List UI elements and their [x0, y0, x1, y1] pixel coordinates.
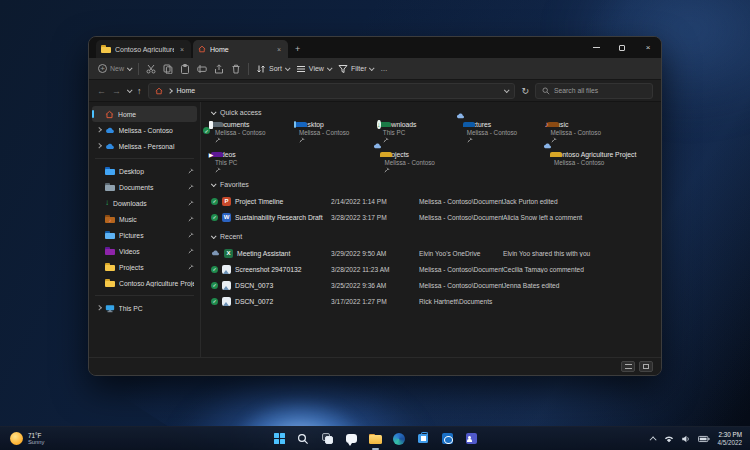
- desktop: Contoso Agriculture Project × Home × + ×…: [0, 0, 750, 450]
- copy-button[interactable]: [163, 64, 173, 74]
- tile-contoso-agriculture-project[interactable]: Contoso Agriculture Project Melissa - Co…: [550, 151, 661, 174]
- tile-music[interactable]: ♪ Music Melissa - Contoso: [547, 121, 661, 144]
- see-more-button[interactable]: …: [380, 65, 387, 72]
- close-tab-icon[interactable]: ×: [178, 46, 186, 53]
- folder-desktop-icon: [105, 167, 115, 175]
- wifi-icon[interactable]: [664, 434, 674, 444]
- chevron-down-icon: [211, 233, 217, 239]
- start-button[interactable]: [272, 431, 287, 446]
- view-button[interactable]: View: [296, 64, 331, 74]
- battery-icon[interactable]: [698, 434, 710, 444]
- tile-name: Contoso Agriculture Project: [554, 151, 636, 158]
- sidebar-item-label: Desktop: [119, 168, 184, 175]
- file-explorer-button[interactable]: [368, 431, 383, 446]
- file-row-dscn-0072[interactable]: ✓ DSCN_0072 3/17/2022 1:27 PM Rick Hartn…: [211, 293, 661, 309]
- pin-icon: [551, 137, 601, 144]
- sidebar-item-this-pc[interactable]: This PC: [89, 300, 200, 316]
- outlook-button[interactable]: [440, 431, 455, 446]
- details-view-button[interactable]: [621, 361, 635, 372]
- sidebar-item-downloads[interactable]: ↓ Downloads: [89, 195, 200, 211]
- folder-yellow-icon: [105, 263, 115, 271]
- forward-button[interactable]: →: [112, 86, 121, 96]
- new-button-label: New: [110, 65, 124, 72]
- section-favorites[interactable]: Favorites: [211, 181, 661, 188]
- file-row-project-timeline[interactable]: ✓ P Project Timeline 2/14/2022 1:14 PM M…: [211, 193, 661, 209]
- search-button[interactable]: [296, 431, 311, 446]
- maximize-button[interactable]: [609, 37, 635, 58]
- sidebar-item-melissa-personal[interactable]: Melissa - Personal: [89, 138, 200, 154]
- file-row-screenshot[interactable]: ✓ Screenshot 29470132 3/28/2022 11:23 AM…: [211, 261, 661, 277]
- window-controls: ×: [583, 37, 661, 58]
- section-quick-access[interactable]: Quick access: [211, 109, 661, 116]
- file-row-meeting-assistant[interactable]: X Meeting Assistant 3/29/2022 9:50 AM El…: [211, 245, 661, 261]
- address-dropdown-icon[interactable]: [504, 87, 510, 93]
- sidebar-item-documents[interactable]: Documents: [89, 179, 200, 195]
- sidebar-item-home[interactable]: Home: [92, 106, 197, 122]
- sidebar-item-music[interactable]: ♪ Music: [89, 211, 200, 227]
- taskbar-icons: [272, 431, 479, 446]
- rename-button[interactable]: [197, 64, 207, 74]
- sidebar-item-videos[interactable]: Videos: [89, 243, 200, 259]
- sidebar-item-label: This PC: [119, 305, 195, 312]
- pin-icon: [188, 232, 194, 239]
- cut-button[interactable]: [146, 64, 156, 74]
- chevron-right-icon[interactable]: [96, 144, 101, 149]
- breadcrumb[interactable]: Home: [148, 83, 516, 99]
- sort-button[interactable]: Sort: [256, 64, 289, 74]
- sun-icon: [10, 432, 23, 445]
- file-row-dscn-0073[interactable]: ✓ DSCN_0073 3/25/2022 9:36 AM Melissa - …: [211, 277, 661, 293]
- new-tab-button[interactable]: +: [288, 40, 307, 58]
- tab-contoso-agriculture-project[interactable]: Contoso Agriculture Project ×: [96, 40, 191, 58]
- tile-sublabel: Melissa - Contoso: [215, 129, 265, 136]
- tile-videos[interactable]: ▶ Videos This PC: [211, 151, 292, 174]
- minimize-button[interactable]: [583, 37, 609, 58]
- pin-icon: [188, 200, 194, 207]
- sidebar-item-projects[interactable]: Projects: [89, 259, 200, 275]
- section-recent[interactable]: Recent: [211, 233, 661, 240]
- task-view-button[interactable]: [320, 431, 335, 446]
- store-button[interactable]: [416, 431, 431, 446]
- view-button-label: View: [309, 65, 324, 72]
- file-date: 3/25/2022 9:36 AM: [331, 282, 419, 289]
- show-hidden-icons-button[interactable]: [650, 436, 657, 443]
- close-tab-icon[interactable]: ×: [275, 46, 283, 53]
- tile-pictures[interactable]: Pictures Melissa - Contoso: [463, 121, 547, 144]
- sidebar-item-desktop[interactable]: Desktop: [89, 163, 200, 179]
- taskbar-clock[interactable]: 2:30 PM 4/5/2022: [717, 431, 742, 446]
- file-location: Melissa - Contoso\Documents: [419, 266, 503, 273]
- weather-widget[interactable]: 71°F Sunny: [10, 432, 44, 446]
- back-button[interactable]: ←: [97, 86, 106, 96]
- delete-button[interactable]: [231, 64, 241, 74]
- tile-desktop[interactable]: Desktop Melissa - Contoso: [295, 121, 379, 144]
- filter-button[interactable]: Filter: [338, 64, 374, 74]
- sidebar-item-contoso-agriculture-project[interactable]: Contoso Agriculture Project: [89, 275, 200, 291]
- file-row-sustainability-research-draft[interactable]: ✓ W Sustainability Research Draft 3/28/2…: [211, 209, 661, 225]
- volume-icon[interactable]: [681, 434, 691, 444]
- teams-button[interactable]: [464, 431, 479, 446]
- file-name: DSCN_0073: [235, 282, 273, 289]
- paste-button[interactable]: [180, 64, 190, 74]
- sidebar-item-pictures[interactable]: Pictures: [89, 227, 200, 243]
- edge-button[interactable]: [392, 431, 407, 446]
- refresh-button[interactable]: ↻: [521, 86, 529, 96]
- chat-button[interactable]: [344, 431, 359, 446]
- close-button[interactable]: ×: [635, 37, 661, 58]
- folder-downloads-icon: ↓: [105, 199, 109, 207]
- large-icons-view-button[interactable]: [639, 361, 653, 372]
- sidebar-item-melissa-contoso[interactable]: Melissa - Contoso: [89, 122, 200, 138]
- chevron-right-icon[interactable]: [96, 128, 101, 133]
- sort-button-label: Sort: [269, 65, 282, 72]
- tile-downloads[interactable]: ↓ Downloads This PC: [379, 121, 463, 144]
- up-button[interactable]: ↑: [137, 86, 142, 96]
- recent-locations-chevron[interactable]: [127, 87, 133, 93]
- minimize-icon: [593, 47, 600, 48]
- new-button[interactable]: + New: [98, 64, 131, 73]
- search-box[interactable]: Search all files: [535, 83, 653, 99]
- breadcrumb-segment[interactable]: Home: [177, 87, 196, 94]
- tile-documents[interactable]: ✓ Documents Melissa - Contoso: [211, 121, 295, 144]
- share-button[interactable]: [214, 64, 224, 74]
- chevron-right-icon[interactable]: [96, 306, 101, 311]
- tile-projects[interactable]: Projects Melissa - Contoso: [380, 151, 461, 174]
- file-activity: Cecilia Tamayo commented: [503, 266, 661, 273]
- tab-home[interactable]: Home ×: [193, 40, 288, 58]
